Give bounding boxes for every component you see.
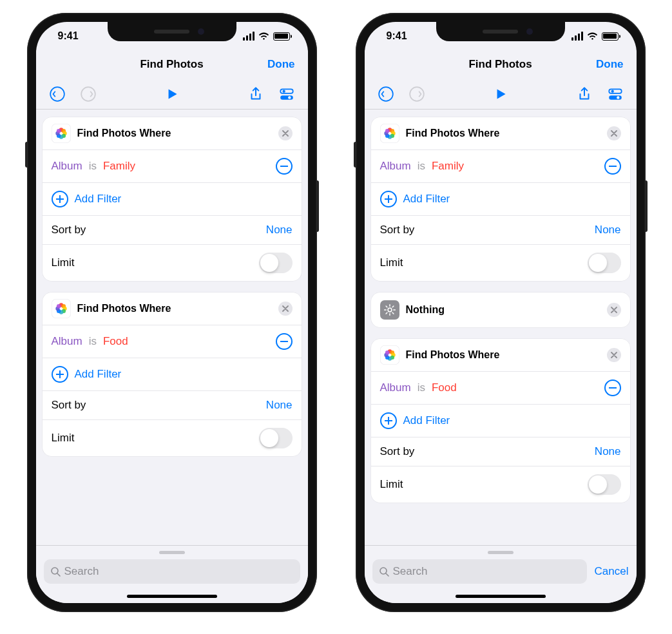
action-title: Find Photos Where xyxy=(406,349,600,361)
redo-button[interactable] xyxy=(408,86,425,102)
filter-field[interactable]: Album xyxy=(52,335,82,348)
limit-label: Limit xyxy=(52,432,259,445)
limit-switch[interactable] xyxy=(259,253,293,273)
remove-filter-button[interactable] xyxy=(604,158,621,175)
add-filter-label: Add Filter xyxy=(403,414,450,427)
sort-by-value[interactable]: None xyxy=(595,224,621,236)
remove-action-button[interactable] xyxy=(607,303,621,317)
play-button[interactable] xyxy=(164,86,180,102)
svg-point-45 xyxy=(385,351,389,354)
search-placeholder: Search xyxy=(64,565,99,578)
cancel-button[interactable]: Cancel xyxy=(595,565,629,578)
limit-switch[interactable] xyxy=(259,428,293,448)
remove-action-button[interactable] xyxy=(607,348,621,362)
device-notch xyxy=(108,22,236,41)
sort-by-value[interactable]: None xyxy=(595,445,621,458)
undo-button[interactable] xyxy=(378,86,394,102)
action-card: Find Photos Where Album is Food Add Filt… xyxy=(371,339,630,503)
sort-by-label: Sort by xyxy=(52,224,266,236)
redo-button[interactable] xyxy=(80,86,97,102)
home-indicator[interactable] xyxy=(127,595,217,598)
signal-icon xyxy=(571,32,583,41)
svg-point-21 xyxy=(56,304,60,308)
filter-row[interactable]: Album is Family xyxy=(371,149,630,182)
svg-point-36 xyxy=(385,129,389,133)
photos-app-icon xyxy=(380,124,399,143)
remove-action-button[interactable] xyxy=(278,302,293,316)
search-input[interactable]: Search xyxy=(372,559,587,584)
search-input[interactable]: Search xyxy=(44,559,300,584)
page-title: Find Photos xyxy=(140,58,203,71)
filter-row[interactable]: Album is Food xyxy=(43,325,302,358)
filter-operator[interactable]: is xyxy=(89,160,97,173)
limit-switch[interactable] xyxy=(588,474,621,495)
limit-label: Limit xyxy=(380,478,588,491)
signal-icon xyxy=(243,32,254,41)
phone-left: 9:41 Find Photos Done xyxy=(27,13,317,612)
play-button[interactable] xyxy=(492,86,509,102)
home-indicator[interactable] xyxy=(456,595,546,598)
svg-point-3 xyxy=(282,90,285,92)
search-icon xyxy=(50,566,61,577)
limit-row: Limit xyxy=(43,419,302,456)
filter-value[interactable]: Family xyxy=(432,160,464,173)
sheet-grabber[interactable] xyxy=(159,551,185,554)
share-button[interactable] xyxy=(576,86,593,102)
sort-by-row[interactable]: Sort by None xyxy=(43,390,302,419)
add-filter-label: Add Filter xyxy=(75,193,122,206)
done-button[interactable]: Done xyxy=(596,58,624,71)
sort-by-label: Sort by xyxy=(52,399,266,412)
filter-operator[interactable]: is xyxy=(89,335,97,348)
status-time: 9:41 xyxy=(58,30,79,42)
photos-app-icon xyxy=(380,345,399,365)
sort-by-row[interactable]: Sort by None xyxy=(371,215,630,244)
add-filter-row[interactable]: Add Filter xyxy=(43,358,302,390)
sort-by-row[interactable]: Sort by None xyxy=(43,215,302,244)
add-filter-row[interactable]: Add Filter xyxy=(371,182,630,215)
action-title: Find Photos Where xyxy=(77,303,272,314)
content-area[interactable]: Find Photos Where Album is Family Add Fi… xyxy=(36,110,308,545)
settings-toggle-button[interactable] xyxy=(607,86,624,102)
filter-field[interactable]: Album xyxy=(52,160,82,173)
phone-right: 9:41 Find Photos Done xyxy=(356,13,646,612)
add-filter-label: Add Filter xyxy=(403,193,450,206)
page-title: Find Photos xyxy=(468,58,532,71)
svg-point-5 xyxy=(288,96,291,99)
svg-rect-4 xyxy=(280,95,293,100)
filter-field[interactable]: Album xyxy=(380,381,411,394)
content-area[interactable]: Find Photos Where Album is Family Add Fi… xyxy=(365,110,637,545)
settings-toggle-button[interactable] xyxy=(278,86,295,102)
remove-filter-button[interactable] xyxy=(276,158,293,175)
wifi-icon xyxy=(258,32,269,41)
svg-rect-2 xyxy=(280,89,293,93)
filter-operator[interactable]: is xyxy=(418,381,425,394)
sort-by-value[interactable]: None xyxy=(266,224,293,236)
action-card: Find Photos Where Album is Family Add Fi… xyxy=(43,117,302,281)
filter-value[interactable]: Family xyxy=(103,160,135,173)
add-filter-row[interactable]: Add Filter xyxy=(371,404,630,437)
done-button[interactable]: Done xyxy=(267,58,295,71)
remove-action-button[interactable] xyxy=(278,126,293,140)
filter-row[interactable]: Album is Family xyxy=(43,149,302,182)
filter-field[interactable]: Album xyxy=(380,160,411,173)
remove-action-button[interactable] xyxy=(607,126,621,140)
action-card: Find Photos Where Album is Food Add Filt… xyxy=(43,293,302,456)
filter-value[interactable]: Food xyxy=(432,381,457,394)
remove-filter-button[interactable] xyxy=(604,379,621,396)
sort-by-value[interactable]: None xyxy=(266,399,293,412)
svg-point-28 xyxy=(617,96,619,99)
limit-label: Limit xyxy=(52,256,259,269)
filter-value[interactable]: Food xyxy=(103,335,128,348)
nav-bar: Find Photos Done xyxy=(36,50,308,79)
sort-by-row[interactable]: Sort by None xyxy=(371,437,630,466)
filter-operator[interactable]: is xyxy=(418,160,425,173)
plus-icon xyxy=(52,366,68,383)
add-filter-row[interactable]: Add Filter xyxy=(43,182,302,215)
sheet-grabber[interactable] xyxy=(488,551,514,554)
limit-switch[interactable] xyxy=(588,253,621,273)
limit-label: Limit xyxy=(380,256,588,269)
share-button[interactable] xyxy=(247,86,264,102)
filter-row[interactable]: Album is Food xyxy=(371,371,630,404)
remove-filter-button[interactable] xyxy=(276,333,293,350)
undo-button[interactable] xyxy=(49,86,66,102)
